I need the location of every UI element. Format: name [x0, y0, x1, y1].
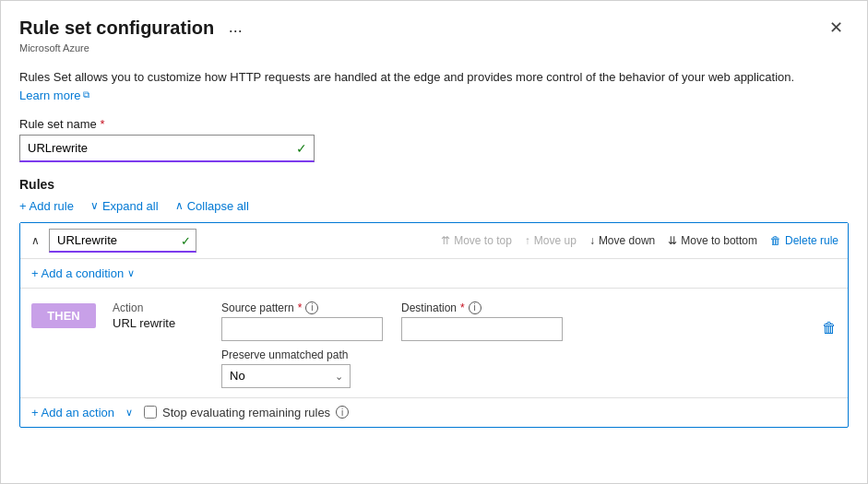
destination-group: Destination * i — [401, 301, 563, 341]
rule-set-name-section: Rule set name * ✓ — [19, 117, 849, 162]
collapse-chevron-icon: ∧ — [175, 199, 184, 212]
move-down-icon: ↓ — [589, 234, 595, 247]
rule-set-name-input[interactable] — [19, 135, 315, 162]
rules-label: Rules — [19, 177, 849, 192]
modal-title: Rule set configuration — [19, 18, 214, 39]
preserve-select[interactable]: No Yes — [221, 364, 351, 388]
add-rule-label: + Add rule — [19, 199, 74, 213]
modal-subtitle: Microsoft Azure — [19, 42, 246, 53]
add-condition-label: + Add a condition — [31, 266, 124, 280]
more-options-button[interactable]: ··· — [225, 21, 246, 41]
delete-action-icon: 🗑 — [822, 320, 837, 336]
expand-chevron-icon: ∨ — [90, 199, 99, 212]
then-badge: THEN — [31, 303, 96, 328]
delete-rule-button[interactable]: 🗑 Delete rule — [770, 234, 838, 247]
external-link-icon: ⧉ — [83, 89, 89, 100]
source-pattern-input[interactable] — [221, 317, 383, 341]
action-name-label: URL rewrite — [113, 316, 205, 330]
rule-actions-bar: ⇈ Move to top ↑ Move up ↓ Move down ⇊ — [441, 234, 838, 247]
move-to-top-label: Move to top — [454, 234, 512, 247]
preserve-select-wrapper: No Yes ⌄ — [221, 364, 351, 388]
collapse-all-button[interactable]: ∧ Collapse all — [175, 199, 249, 213]
close-button[interactable]: ✕ — [824, 18, 849, 38]
description-text: Rules Set allows you to customize how HT… — [19, 68, 849, 87]
preserve-field: Preserve unmatched path No Yes ⌄ — [221, 348, 805, 388]
add-action-label: + Add an action — [31, 406, 114, 419]
rules-toolbar: + Add rule ∨ Expand all ∧ Collapse all — [19, 199, 849, 213]
learn-more-label: Learn more — [19, 89, 80, 102]
rule-name-input-wrapper: ✓ — [49, 229, 196, 253]
source-dest-row: Source pattern * i Destination * — [221, 301, 805, 341]
move-up-label: Move up — [534, 234, 577, 247]
stop-eval-wrapper: Stop evaluating remaining rules i — [144, 406, 349, 419]
rule-header: ∧ ✓ ⇈ Move to top ↑ Move up — [20, 223, 848, 258]
collapse-all-label: Collapse all — [187, 199, 249, 213]
close-icon: ✕ — [829, 18, 843, 37]
rule-set-name-label: Rule set name * — [19, 117, 849, 131]
rule-collapse-button[interactable]: ∧ — [30, 234, 42, 247]
add-rule-button[interactable]: + Add rule — [19, 199, 74, 213]
modal-container: Rule set configuration ··· Microsoft Azu… — [0, 0, 868, 484]
move-down-button[interactable]: ↓ Move down — [589, 234, 655, 247]
rule-name-input[interactable] — [49, 229, 196, 253]
learn-more-link[interactable]: Learn more ⧉ — [19, 89, 89, 102]
modal-header: Rule set configuration ··· Microsoft Azu… — [1, 1, 867, 59]
more-icon: ··· — [229, 21, 243, 40]
add-action-button[interactable]: + Add an action — [31, 406, 114, 419]
condition-chevron-icon: ∨ — [127, 267, 135, 279]
move-up-button[interactable]: ↑ Move up — [525, 234, 577, 247]
action-fields: Source pattern * i Destination * — [221, 301, 805, 388]
rule-name-valid-icon: ✓ — [181, 233, 191, 247]
dest-required: * — [460, 301, 465, 314]
modal-title-area: Rule set configuration ··· Microsoft Azu… — [19, 18, 246, 53]
expand-all-label: Expand all — [102, 199, 159, 213]
source-required: * — [298, 301, 303, 314]
destination-input[interactable] — [401, 317, 563, 341]
source-pattern-label: Source pattern * i — [221, 301, 383, 314]
name-valid-icon: ✓ — [296, 141, 307, 156]
destination-label: Destination * i — [401, 301, 563, 314]
required-star: * — [100, 117, 104, 131]
stop-eval-info-icon[interactable]: i — [336, 406, 349, 419]
bottom-bar: + Add an action ∨ Stop evaluating remain… — [20, 397, 848, 427]
source-info-icon[interactable]: i — [305, 301, 318, 314]
add-action-chevron-icon: ∨ — [125, 407, 133, 419]
delete-rule-label: Delete rule — [785, 234, 838, 247]
condition-bar: + Add a condition ∨ — [20, 258, 848, 288]
delete-rule-icon: 🗑 — [770, 234, 781, 247]
action-section: THEN Action URL rewrite Source pattern *… — [20, 288, 848, 397]
modal-body: Rules Set allows you to customize how HT… — [1, 59, 867, 446]
move-to-top-icon: ⇈ — [441, 234, 450, 247]
move-down-label: Move down — [599, 234, 655, 247]
destination-info-icon[interactable]: i — [469, 301, 482, 314]
source-pattern-group: Source pattern * i — [221, 301, 383, 341]
action-details: Action URL rewrite — [113, 301, 205, 330]
move-up-icon: ↑ — [525, 234, 530, 247]
move-to-top-button[interactable]: ⇈ Move to top — [441, 234, 512, 247]
move-to-bottom-icon: ⇊ — [668, 234, 677, 247]
stop-eval-checkbox[interactable] — [144, 406, 157, 419]
rule-chevron-icon: ∧ — [31, 234, 40, 247]
expand-all-button[interactable]: ∨ Expand all — [90, 199, 159, 213]
action-type-label: Action — [113, 301, 205, 314]
rule-box: ∧ ✓ ⇈ Move to top ↑ Move up — [19, 222, 849, 428]
rule-set-name-input-wrapper: ✓ — [19, 135, 315, 162]
delete-action-button[interactable]: 🗑 — [822, 320, 837, 336]
preserve-label: Preserve unmatched path — [221, 348, 805, 361]
rules-section: Rules + Add rule ∨ Expand all ∧ Collapse… — [19, 177, 849, 428]
move-to-bottom-label: Move to bottom — [681, 234, 757, 247]
add-condition-button[interactable]: + Add a condition — [31, 266, 124, 280]
move-to-bottom-button[interactable]: ⇊ Move to bottom — [668, 234, 757, 247]
stop-eval-label: Stop evaluating remaining rules — [162, 406, 330, 419]
